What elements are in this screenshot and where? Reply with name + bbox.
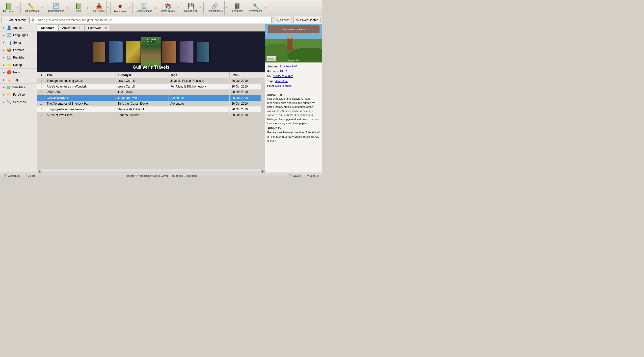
save-to-disk-dropdown[interactable]: ▼ (199, 1, 202, 15)
get-books-dropdown[interactable]: ▼ (106, 1, 109, 15)
tab-adventure-close[interactable]: ✕ (78, 27, 80, 29)
bookmark-icon: 🔖 (296, 18, 299, 22)
cell-authors: Charles Dickens (116, 112, 168, 118)
for-alice-label: For Alice (13, 93, 25, 96)
left-panel: ▶ 👤 Authors ▶ 🔤 Languages ▶ 📊 Series ▶ 📦… (0, 24, 37, 173)
search-input[interactable] (36, 18, 270, 22)
authors-detail-value[interactable]: Jonathan Swift (280, 65, 298, 69)
remove-books-button[interactable]: 🗑️ Remove books (134, 1, 154, 15)
sidebar-item-for-alice[interactable]: ▶ 📁 For Alice (0, 91, 37, 98)
add-books-dropdown[interactable]: ▼ (16, 1, 19, 15)
sidebar-item-formats[interactable]: ▶ 📦 Formats (0, 46, 37, 54)
tab-all-books[interactable]: All books (37, 24, 58, 31)
table-row[interactable]: 9Gulliver's TravelsJonathan SwiftAdventu… (37, 95, 265, 101)
table-row[interactable]: 10The Adventures of Sherlock H...Sir Art… (37, 101, 265, 107)
sidebar-item-news[interactable]: ▶ 🔴 News (0, 69, 37, 76)
scroll-left-button[interactable]: ◀ (38, 170, 41, 173)
table-row[interactable]: 11Encyclopedia of NeedleworkTherese de D… (37, 107, 265, 112)
rating-arrow: ▶ (3, 64, 5, 66)
layout-button[interactable]: ✂️ Layout (288, 174, 302, 178)
get-books-button[interactable]: 📥 Get books (92, 1, 106, 15)
ids-detail-value[interactable]: 9781562549022 (273, 74, 293, 79)
sidebar-item-searches[interactable]: ▶ 🔍 Searches (0, 98, 37, 106)
connect-share-button[interactable]: 🔗 Connect/share (205, 1, 224, 15)
table-row[interactable]: 7Alice's Adventures in Wonderl...Lewis C… (37, 84, 265, 90)
saved-search-button[interactable]: 🔖 Saved search (293, 17, 320, 23)
convert-books-dropdown[interactable]: ▼ (66, 1, 68, 15)
virtual-library-button[interactable]: 📖 Virtual library (2, 17, 28, 23)
cover-book-3 (126, 41, 140, 63)
convert-books-group: 🔄 Convert books ▼ (46, 1, 68, 15)
identifiers-arrow: ▶ (3, 86, 5, 89)
cell-date: 20 Oct 2010 (229, 107, 260, 112)
identifiers-label: Identifiers (12, 86, 25, 89)
edit-metadata-button[interactable]: ✏️ Edit metadata (22, 1, 40, 15)
remove-books-group: 🗑️ Remove books ▼ (134, 1, 157, 15)
tab-homework-close[interactable]: ✕ (105, 27, 107, 29)
convert-books-icon: 🔄 (53, 4, 60, 9)
edit-book-button[interactable]: 📓 Edit book (230, 1, 244, 15)
tags-detail-value[interactable]: Adventure (276, 79, 288, 84)
cell-num: 6 (37, 78, 44, 84)
tab-all-books-label: All books (41, 26, 54, 30)
add-books-button[interactable]: 📗 Add books (1, 1, 16, 15)
sidebar-item-tags[interactable]: ▶ 🏷️ Tags (0, 76, 37, 84)
scroll-right-button[interactable]: ▶ (261, 170, 264, 173)
cell-tags: Juvenile Fiction / Classics (168, 78, 230, 84)
book-table: # Title Author(s) Tags Date ▼ 6Through t… (37, 72, 265, 169)
edit-metadata-label: Edit metadata (24, 10, 39, 13)
tags-detail-label: Tags: (267, 79, 274, 84)
demo-library-dropdown[interactable]: ▼ (176, 1, 180, 15)
search-gear-icon[interactable]: ⚙️ (31, 18, 35, 22)
sidebar-item-rating[interactable]: ▶ ⭐ Rating (0, 61, 37, 69)
sidebar-item-authors[interactable]: ▶ 👤 Authors (0, 24, 37, 32)
edit-metadata-dropdown[interactable]: ▼ (40, 1, 44, 15)
fetch-news-dropdown[interactable]: ▼ (128, 1, 131, 15)
jobs-button[interactable]: ↻ Jobs: 0 (306, 174, 320, 178)
configure-button[interactable]: ✂️ Configure (2, 174, 21, 178)
edit-book-icon: 📓 (234, 4, 241, 9)
sidebar-item-languages[interactable]: ▶ 🔤 Languages (0, 32, 37, 39)
col-date[interactable]: Date ▼ (229, 72, 260, 78)
view-button[interactable]: 📗 View (71, 1, 86, 15)
table-row[interactable]: 12A Tale of Two CitiesCharles Dickens20 … (37, 112, 265, 118)
save-to-disk-button[interactable]: 💾 Save to disk (182, 1, 199, 15)
right-cover-svg: GULLIVER'S TRAVELS Jonathan Swift SADDLE… (265, 24, 322, 63)
col-num[interactable]: # (37, 72, 44, 78)
sidebar-item-series[interactable]: ▶ 📊 Series (0, 39, 37, 46)
sidebar-item-publisher[interactable]: ▶ 🏢 Publisher (0, 54, 37, 61)
convert-books-button[interactable]: 🔄 Convert books (46, 1, 66, 15)
cell-date: 20 Oct 2010 (229, 90, 260, 95)
preferences-dropdown[interactable]: ▼ (264, 1, 267, 15)
tab-adventure[interactable]: Adventure ✕ (58, 24, 84, 31)
tab-homework[interactable]: Homework ✕ (84, 24, 110, 31)
searches-icon: 🔍 (7, 100, 12, 104)
publisher-icon: 🏢 (7, 55, 12, 60)
col-tags[interactable]: Tags (168, 72, 230, 78)
preferences-button[interactable]: 🔧 Preferences (247, 1, 264, 15)
col-title[interactable]: Title (44, 72, 116, 78)
edit-metadata-group: ✏️ Edit metadata ▼ (22, 1, 44, 15)
path-detail-value[interactable]: Click to open (275, 84, 291, 88)
formats-detail-value[interactable]: EPUB (280, 69, 287, 74)
book-cover-area: GULLIVER'S TRAVELS Gulliver's Travels (37, 32, 265, 72)
sep11 (246, 3, 246, 14)
find-button[interactable]: 🔍 Find (25, 174, 36, 178)
sidebar-item-identifiers[interactable]: ▶ ▦ Identifiers (0, 84, 37, 91)
connect-share-dropdown[interactable]: ▼ (224, 1, 228, 15)
remove-books-icon: 🗑️ (140, 4, 147, 9)
table-row[interactable]: 6Through the Looking-GlassLewis CarrollJ… (37, 78, 265, 84)
view-dropdown[interactable]: ▼ (86, 1, 89, 15)
table-row[interactable]: 8Peter PanJ. M. Barrie20 Oct 2010 (37, 90, 265, 95)
get-books-label: Get books (93, 10, 104, 13)
cell-authors: J. M. Barrie (116, 90, 168, 95)
fetch-news-icon: ♥ (118, 3, 122, 10)
search-button[interactable]: 🔍 Search (273, 17, 292, 23)
scroll-track[interactable] (42, 170, 260, 172)
fetch-news-button[interactable]: ♥ Fetch news (112, 1, 128, 15)
demo-library-button[interactable]: 📚 demo library (160, 1, 176, 15)
remove-books-dropdown[interactable]: ▼ (154, 1, 157, 15)
sep5 (110, 3, 111, 14)
cover-title: Gulliver's Travels (37, 65, 265, 70)
col-authors[interactable]: Author(s) (116, 72, 168, 78)
